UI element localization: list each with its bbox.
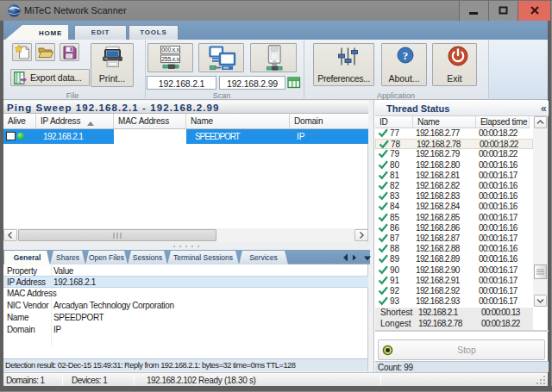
svg-text:255.x.x: 255.x.x	[161, 56, 179, 62]
svg-text:?: ?	[403, 49, 409, 62]
svg-text:000.x.x: 000.x.x	[161, 47, 179, 53]
